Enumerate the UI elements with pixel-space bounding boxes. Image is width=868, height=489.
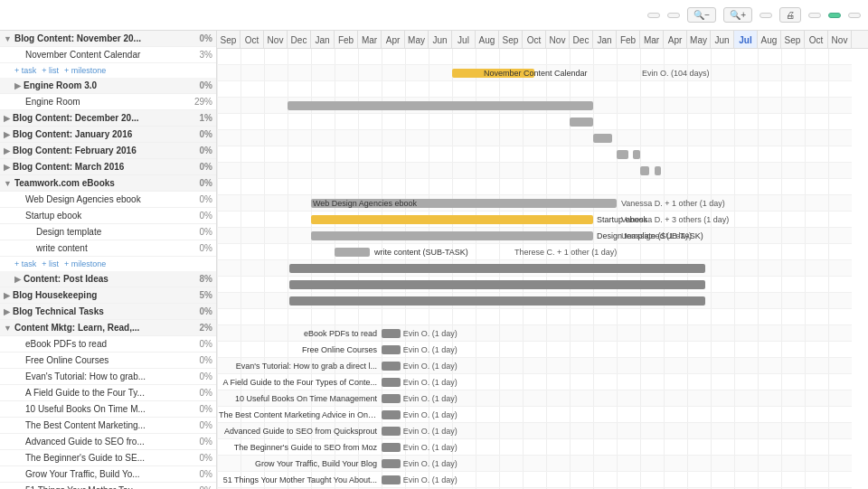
show-all-button[interactable] [760,13,772,18]
add-milestone-btn-2[interactable]: + milestone [64,259,106,268]
assignee-label: Evin O. (1 day) [403,427,458,436]
task-row-26[interactable]: Grow Your Traffic, Build Yo...0% [0,466,216,483]
gantt-bar[interactable] [382,345,401,354]
task-row-14[interactable]: ▶Content: Post Ideas8% [0,271,216,287]
task-row-9[interactable]: ▼Teamwork.com eBooks0% [0,175,216,192]
task-row-3[interactable]: ▶Engine Room 3.00% [0,78,216,94]
gantt-bar[interactable] [593,134,612,143]
row-name: Blog Content: March 2016 [13,162,191,172]
gantt-bar[interactable] [335,248,370,257]
gantt-bar[interactable] [382,475,401,484]
show-completed-button[interactable] [667,13,680,18]
task-row-15[interactable]: ▶Blog Housekeeping5% [0,287,216,304]
row-name: Teamwork.com eBooks [14,178,191,188]
gantt-bar[interactable] [570,118,593,127]
task-row-25[interactable]: The Beginner's Guide to SE...0% [0,450,216,466]
help-button[interactable] [808,13,821,18]
gantt-bar[interactable] [289,296,705,306]
task-row-8[interactable]: ▶Blog Content: March 20160% [0,159,216,175]
gantt-bar[interactable] [382,443,401,452]
task-row-23[interactable]: The Best Content Marketing...0% [0,418,216,434]
task-row-12[interactable]: Design template0% [0,224,216,240]
gantt-bar[interactable] [382,459,401,468]
pin-button[interactable] [848,13,861,18]
gantt-bar[interactable] [289,280,705,289]
gantt-row-18: eBook PDFs to readEvin O. (1 day) [217,325,852,342]
task-row-1[interactable]: ▼Blog Content: November 20...0% [0,31,216,47]
task-row-22[interactable]: 10 Useful Books On Time M...0% [0,401,216,418]
row-pct: 0% [191,178,216,188]
row-pct: 0% [191,355,216,365]
task-row-6[interactable]: ▶Blog Content: January 20160% [0,127,216,143]
gantt-bar[interactable] [633,150,640,159]
month-col-Oct-2016: Oct [805,31,828,49]
task-row-27[interactable]: 51 Things Your Mother Tau...0% [0,483,216,489]
task-row-7[interactable]: ▶Blog Content: February 20160% [0,143,216,159]
gantt-row-19: Free Online CoursesEvin O. (1 day) [217,342,852,358]
task-row-18[interactable]: eBook PDFs to read0% [0,336,216,353]
task-row-20[interactable]: Evan's Tutorial: How to grab...0% [0,369,216,385]
gantt-bar[interactable] [382,427,401,436]
assignee-label: Evin O. (1 day) [403,443,458,452]
row-pct: 1% [191,113,216,123]
bar-label: 10 Useful Books On Time Management [219,394,377,403]
month-col-Nov-2016: Nov [828,31,852,49]
month-col-Oct-2015: Oct [523,31,546,49]
row-name: Web Design Agencies ebook [25,194,191,204]
add-task-btn-2[interactable]: + task [14,259,36,268]
gantt-bar[interactable] [382,378,401,387]
bar-label: write content (SUB-TASK) [374,248,468,257]
task-row-10[interactable]: Web Design Agencies ebook0% [0,192,216,208]
expand-icon: ▶ [4,130,10,139]
task-row-4[interactable]: Engine Room29% [0,94,216,110]
add-list-btn-2[interactable]: + list [42,259,59,268]
gantt-row-7 [217,146,852,163]
gantt-bar[interactable] [382,410,401,419]
row-pct: 0% [191,453,216,463]
gantt-bar[interactable] [311,215,593,224]
task-row-5[interactable]: ▶Blog Content: December 20...1% [0,110,216,127]
zoom-in-button[interactable]: 🔍+ [723,7,752,23]
month-col-Jul-2016: Jul [734,31,758,49]
row-pct: 0% [191,420,216,430]
task-row-2[interactable]: November Content Calendar3% [0,47,216,63]
row-name: write content [36,243,191,253]
gantt-bar[interactable] [617,150,628,159]
add-task-btn[interactable]: + task [14,66,36,75]
row-pct: 0% [191,227,216,237]
row-name: Evan's Tutorial: How to grab... [25,371,191,381]
assignee-label: Evin O. (1 day) [403,410,458,419]
task-row-19[interactable]: Free Online Courses0% [0,353,216,369]
gantt-bar[interactable] [655,166,662,175]
row-name: Advanced Guide to SEO fro... [25,437,191,447]
task-row-16[interactable]: ▶Blog Technical Tasks0% [0,304,216,320]
expand-icon: ▼ [4,324,12,333]
month-col-Jan-2015: Jan [311,31,335,49]
gantt-bar[interactable] [382,394,401,403]
month-col-Feb-2015: Feb [335,31,358,49]
task-row-21[interactable]: A Field Guide to the Four Ty...0% [0,385,216,401]
row-name: A Field Guide to the Four Ty... [25,388,191,398]
task-row-24[interactable]: Advanced Guide to SEO fro...0% [0,434,216,450]
row-name: Design template [36,227,191,237]
gantt-bar[interactable] [382,329,401,338]
print-button[interactable]: 🖨 [779,7,801,23]
task-row-11[interactable]: Startup ebook0% [0,208,216,224]
add-milestone-btn[interactable]: + milestone [64,66,106,75]
gantt-bar[interactable] [640,166,649,175]
task-row-13[interactable]: write content0% [0,240,216,257]
add-list-btn[interactable]: + list [42,66,59,75]
zoom-out-button[interactable]: 🔍− [687,7,716,23]
save-changes-button[interactable] [828,13,841,18]
gantt-chart: SepOctNovDecJanFebMarAprMayJunJulAugSepO… [217,31,868,489]
assignee-label: Therese C. + 1 other (1 day) [514,248,617,257]
row-pct: 5% [191,290,216,300]
gantt-bar[interactable] [311,231,593,240]
autosave-button[interactable] [647,13,660,18]
gantt-bar[interactable] [382,362,401,371]
bar-label: 51 Things Your Mother Taught You About..… [219,475,377,484]
gantt-bar[interactable] [289,264,705,273]
row-pct: 0% [191,80,216,90]
task-row-17[interactable]: ▼Content Mktg: Learn, Read,...2% [0,320,216,336]
gantt-bar[interactable] [288,101,593,110]
